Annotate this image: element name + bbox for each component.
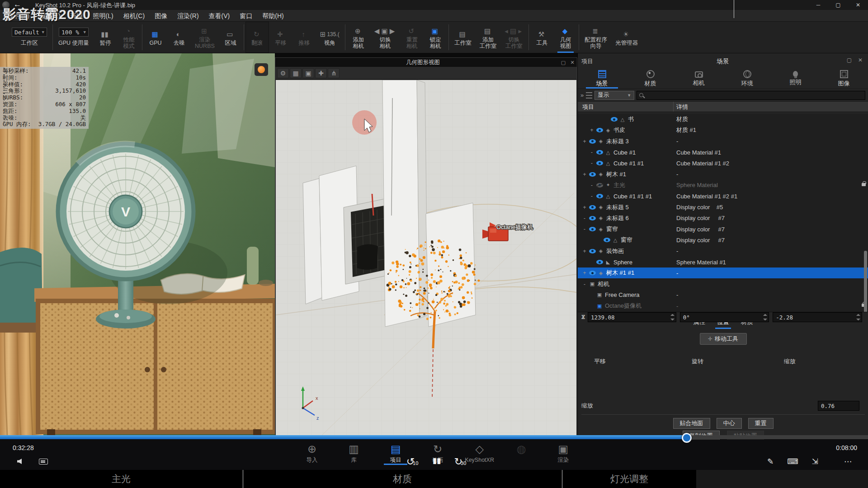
search-input[interactable] xyxy=(646,92,863,99)
subtitle-icon[interactable] xyxy=(39,459,48,465)
switch-studio-icon[interactable]: ◂ ▤ ▸ 切换 工作室 xyxy=(500,22,527,53)
tab-material[interactable]: 材质 xyxy=(626,69,675,89)
separator[interactable] xyxy=(579,24,579,50)
tree-row[interactable]: + 树木 #1 - xyxy=(578,169,868,179)
tree-row[interactable]: + 书皮 材质 #1 xyxy=(578,125,868,136)
reset-camera-icon[interactable]: ↺ 重置 相机 xyxy=(400,22,424,53)
pause-button[interactable]: ▮▮ xyxy=(429,456,445,465)
expand-toggle[interactable]: - xyxy=(581,226,588,232)
edit-pencil-icon[interactable]: ✎ xyxy=(767,457,774,466)
ribbon-drag-handle[interactable] xyxy=(3,68,5,122)
expand-toggle[interactable]: - xyxy=(589,149,595,155)
render-nurbs-icon[interactable]: ⊞ 渲染 NURBS xyxy=(191,22,219,53)
expand-toggle[interactable]: - xyxy=(589,182,595,188)
library-icon[interactable]: ▥ 库 xyxy=(335,441,373,463)
visibility-eye-icon[interactable] xyxy=(589,216,596,221)
visibility-eye-icon[interactable] xyxy=(596,194,603,198)
tab-image[interactable]: 图像 xyxy=(820,69,868,89)
move-gizmo-icon[interactable]: ✚ xyxy=(315,68,327,78)
video-scrubber[interactable] xyxy=(0,434,868,440)
pivot-icon[interactable]: ⋔ xyxy=(328,68,340,78)
expand-toggle[interactable]: + xyxy=(581,270,588,276)
separator[interactable] xyxy=(448,24,449,50)
close-icon[interactable]: ✕ xyxy=(858,57,863,63)
tree-scrollbar[interactable] xyxy=(864,251,867,314)
presenter-icon[interactable]: ◍ xyxy=(502,441,540,463)
visibility-eye-icon[interactable] xyxy=(596,183,603,188)
exit-fullscreen-icon[interactable]: ⇲ xyxy=(812,457,818,466)
denoise-icon[interactable]: ◐ 去噪 xyxy=(167,22,191,53)
menu-item[interactable]: 渲染(R) xyxy=(172,10,203,22)
tree-search-box[interactable] xyxy=(637,91,865,100)
forward-30-button[interactable]: ↻ 30 xyxy=(450,456,470,468)
volume-icon[interactable] xyxy=(17,459,22,464)
tree-row[interactable]: Sphere Sphere Material #1 xyxy=(578,257,868,267)
menu-item[interactable]: 文件(F) xyxy=(4,10,34,22)
back-arrow-icon[interactable]: ← xyxy=(14,0,21,9)
menu-item[interactable]: 窗口 xyxy=(235,10,257,22)
rotate-field[interactable]: 0° xyxy=(680,312,769,322)
expand-toggle[interactable]: - xyxy=(581,215,588,221)
cube-view-icon[interactable]: ▦ xyxy=(290,68,302,78)
visibility-eye-icon[interactable] xyxy=(596,161,603,165)
show-dropdown[interactable]: 显示▼ xyxy=(594,91,634,100)
spinner[interactable] xyxy=(856,314,860,320)
chapter-segment[interactable]: 灯光调整 xyxy=(562,470,696,488)
scale-field[interactable]: -2.28 xyxy=(773,312,862,322)
pan-icon[interactable]: ✚ 平移 xyxy=(269,22,292,53)
tree-row[interactable]: + 未标题 3 - xyxy=(578,136,868,147)
separator[interactable] xyxy=(345,24,345,50)
visibility-eye-icon[interactable] xyxy=(611,117,618,122)
expand-toggle[interactable]: + xyxy=(581,138,588,145)
render-overlay-icon[interactable] xyxy=(255,63,268,76)
menu-item[interactable]: 环境 xyxy=(66,10,88,22)
rewind-10-button[interactable]: ↺ 10 xyxy=(402,456,422,468)
translate-field[interactable]: 1239.08 xyxy=(588,312,676,322)
visibility-eye-icon[interactable] xyxy=(589,139,596,144)
expand-toggle[interactable]: - xyxy=(589,193,595,199)
light-manager-icon[interactable]: ☀ 光管理器 xyxy=(611,22,642,53)
dolly-icon[interactable]: ↑ 推移 xyxy=(292,22,316,53)
float-window-icon[interactable]: ▢ xyxy=(847,57,852,63)
tumble-icon[interactable]: ↻ 翻滚 xyxy=(245,22,269,53)
expand-toggle[interactable]: + xyxy=(581,204,588,211)
tree-row[interactable]: - 主光 Sphere Material xyxy=(578,180,868,191)
tree-row[interactable]: - 未标题 6 Display color #7 xyxy=(578,213,868,224)
separator[interactable] xyxy=(528,24,529,50)
switch-camera-icon[interactable]: ◀ ▣ ▶ 切换 相机 xyxy=(370,22,401,53)
tree-row[interactable]: - Cube #1 #1 #1 Cube Material #1 #2 #1 xyxy=(578,191,868,202)
gpu-icon[interactable]: ▦ GPU xyxy=(144,22,167,53)
visibility-eye-icon[interactable] xyxy=(589,172,596,177)
fov-icon[interactable]: ⊞135.( 视角 xyxy=(316,22,344,53)
visibility-eye-icon[interactable] xyxy=(604,238,610,242)
move-tool-button[interactable]: ✛ 移动工具 xyxy=(700,333,747,345)
tab-lighting[interactable]: 照明 xyxy=(771,69,820,89)
visibility-eye-icon[interactable] xyxy=(589,249,596,253)
chapter-segment[interactable]: 主光 xyxy=(0,470,242,488)
menu-item[interactable]: 编辑(E) xyxy=(34,10,66,22)
tab-camera[interactable]: 相机 xyxy=(675,69,723,89)
tree-row[interactable]: - Cube #1 Cube Material #1 xyxy=(578,147,868,158)
minimize-icon[interactable]: ─ xyxy=(808,0,828,10)
tree-row[interactable]: - 窗帘 Display color #7 xyxy=(578,224,868,235)
chapter-segment[interactable]: 材质 xyxy=(243,470,561,488)
filter-icon[interactable] xyxy=(586,92,592,99)
close-icon[interactable]: ✕ xyxy=(568,60,577,66)
studio-icon[interactable]: ▤ 工作室 xyxy=(450,22,476,53)
performance-mode-icon[interactable]: ◔ 性能 模式 xyxy=(117,22,141,53)
tree-row[interactable]: 窗帘 Display color #7 xyxy=(578,235,868,245)
add-studio-icon[interactable]: ▤ 添加 工作室 xyxy=(476,22,501,53)
chapter-segment[interactable] xyxy=(696,470,868,488)
uniform-scale-field[interactable]: 0.76 xyxy=(818,401,859,411)
tree-row[interactable]: Free Camera - xyxy=(578,290,868,300)
menu-item[interactable]: 查看(V) xyxy=(204,10,235,22)
more-icon[interactable]: ⋯ xyxy=(844,457,853,466)
tree-row[interactable]: Octane摄像机 - xyxy=(578,300,868,311)
tree-row[interactable]: - 相机 xyxy=(578,278,868,289)
render-icon[interactable]: ▣ 渲染 xyxy=(544,441,582,463)
snap-to-ground-button[interactable]: 贴合地面 xyxy=(673,418,710,429)
tree-row[interactable]: 书 材质 xyxy=(578,114,868,125)
visibility-eye-icon[interactable] xyxy=(596,128,603,132)
separator[interactable] xyxy=(244,24,244,50)
expand-toggle[interactable]: + xyxy=(589,127,595,133)
